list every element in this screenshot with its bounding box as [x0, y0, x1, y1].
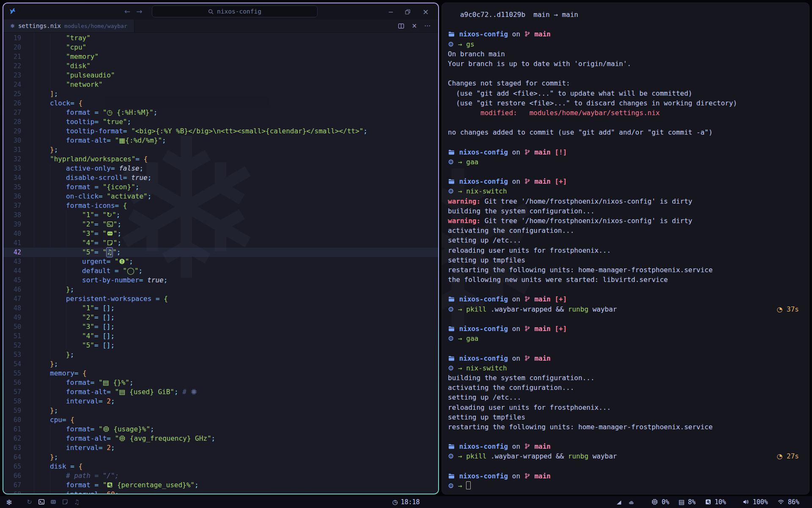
ram-icon: ▤ [103, 378, 109, 387]
code-line[interactable]: 30format-alt= "▦{:%d/%m}"; [3, 136, 438, 145]
workspace-1-button[interactable]: ↻ [26, 498, 33, 506]
code-line[interactable]: 20"cpu" [3, 43, 438, 52]
tab-settings-nix[interactable]: ❄ settings.nix modules/home/waybar [3, 19, 134, 32]
tab-filepath: modules/home/waybar [64, 23, 127, 29]
code-line[interactable]: 35format = "{icon}"; [3, 182, 438, 192]
terminal-command-line: ⚙ → gs [448, 39, 799, 49]
code-line[interactable]: 56format= "▤ {}%"; [3, 378, 438, 387]
code-line[interactable]: 48"1"= []; [3, 304, 438, 313]
code-line[interactable]: 59}; [3, 406, 438, 415]
code-line[interactable]: 57format-alt= "▤ {used} GiB"; # [3, 387, 438, 397]
code-line[interactable]: 22"disk" [3, 61, 438, 71]
cloud-tray-icon[interactable] [628, 498, 635, 506]
disk-module[interactable]: 10% [705, 498, 726, 506]
terminal-output-line: no changes added to commit (use "git add… [448, 127, 799, 137]
nav-back-icon[interactable]: ← [124, 7, 130, 16]
code-line[interactable]: 27format = "◷ {:%H:%M}"; [3, 108, 438, 117]
cpu-module[interactable]: 0% [651, 498, 669, 506]
code-line[interactable]: 42"5"= "♫"; [3, 248, 438, 257]
code-line[interactable]: 63interval= 2; [3, 443, 438, 453]
split-pane-icon[interactable] [398, 22, 404, 30]
workspace-3-button[interactable] [49, 498, 57, 506]
clock-module[interactable]: ◷ 18:18 [392, 498, 420, 506]
code-line[interactable]: 38"1"= "↻"; [3, 210, 438, 220]
code-line[interactable]: 66# path = "/"; [3, 471, 438, 480]
branch-icon [524, 471, 530, 481]
code-line[interactable]: 46}; [3, 285, 438, 294]
line-number: 21 [3, 52, 21, 61]
more-options-icon[interactable]: ⋯ [424, 22, 431, 30]
code-line[interactable]: 29tooltip-format= "<big>{:%Y %B}</big>\n… [3, 127, 438, 136]
restore-button[interactable] [405, 8, 411, 16]
code-line[interactable]: 19"tray" [3, 33, 438, 43]
code-line[interactable]: 65disk = { [3, 462, 438, 471]
network-module[interactable]: 86% [777, 498, 799, 506]
code-line[interactable]: 55memory= { [3, 369, 438, 378]
code-text: }; [34, 406, 58, 415]
folder-icon [448, 353, 455, 363]
project-search[interactable]: nixos-config [152, 6, 318, 17]
code-editor[interactable]: ❄ 18modules-right= [19"tray"20"cpu"21"me… [3, 33, 438, 494]
volume-module[interactable]: 100% [742, 498, 768, 506]
workspace-4-button[interactable] [61, 498, 69, 506]
code-line[interactable]: 24"network" [3, 80, 438, 89]
code-line[interactable]: 50"3"= []; [3, 322, 438, 331]
minimize-button[interactable]: – [389, 8, 393, 16]
terminal-window[interactable]: ❄ a9c0c72..d11029b main → main nixos-con… [442, 3, 809, 494]
code-text: format= " {usage}%"; [34, 425, 154, 434]
code-line[interactable]: 34disable-scroll= true; [3, 173, 438, 182]
code-line[interactable]: 60cpu= { [3, 415, 438, 425]
code-line[interactable]: 40"3"= ""; [3, 229, 438, 238]
code-line[interactable]: 49"2"= []; [3, 313, 438, 322]
code-line[interactable]: 23"pulseaudio" [3, 71, 438, 80]
code-line[interactable]: 31}; [3, 145, 438, 155]
code-line[interactable]: 62format-alt= " {avg_frequency} GHz"; [3, 434, 438, 443]
workspace-5-button[interactable]: ♫ [73, 498, 80, 506]
code-text: "hyprland/workspaces"= { [34, 155, 148, 164]
folder-icon [448, 324, 455, 334]
code-line[interactable]: 39"2"= ""; [3, 220, 438, 229]
code-line[interactable]: 41"4"= ""; [3, 238, 438, 248]
code-line[interactable]: 64}; [3, 453, 438, 462]
code-text: format= "▤ {}%"; [34, 378, 134, 387]
close-tab-icon[interactable]: × [411, 22, 417, 30]
nixos-logo-icon[interactable]: ❄ [6, 498, 12, 507]
code-line[interactable]: 28tooltip= "true"; [3, 117, 438, 127]
waybar-left: ❄ ↻♫ [6, 498, 80, 507]
code-line[interactable]: 33active-only= false; [3, 164, 438, 173]
line-number: 65 [3, 462, 21, 471]
code-line[interactable]: 54}; [3, 359, 438, 369]
folder-icon [448, 177, 455, 186]
code-line[interactable]: 51"4"= []; [3, 331, 438, 341]
code-line[interactable]: 45sort-by-number= true; [3, 276, 438, 285]
code-line[interactable]: 67format = " {percentage_used}%"; [3, 480, 438, 490]
nav-forward-icon[interactable]: → [136, 7, 142, 16]
signal-tray-icon[interactable] [616, 498, 622, 506]
terminal-prompt-line: nixos-config on main [448, 353, 799, 363]
cpu-value: 0% [661, 498, 669, 506]
close-button[interactable]: × [422, 7, 429, 16]
code-line[interactable]: 36on-click= "activate"; [3, 192, 438, 201]
code-text: cpu= { [34, 415, 74, 425]
line-number: 41 [3, 238, 21, 248]
terminal-output: a9c0c72..d11029b main → main nixos-confi… [448, 10, 799, 491]
code-line[interactable]: 61format= " {usage}%"; [3, 425, 438, 434]
code-line[interactable]: 32"hyprland/workspaces"= { [3, 155, 438, 164]
memory-module[interactable]: ▤8% [678, 498, 695, 506]
clock-time: 18:18 [401, 498, 420, 506]
code-line[interactable]: 21"memory" [3, 52, 438, 61]
code-text: format = "◷ {:%H:%M}"; [34, 108, 157, 117]
code-line[interactable]: 25]; [3, 89, 438, 99]
code-line[interactable]: 53}; [3, 350, 438, 359]
code-line[interactable]: 68interval= 60; [3, 490, 438, 494]
note-icon [107, 238, 113, 248]
code-line[interactable]: 37format-icons= { [3, 201, 438, 210]
workspace-2-button[interactable] [38, 498, 45, 506]
code-line[interactable]: 58interval= 2; [3, 397, 438, 406]
code-line[interactable]: 43urgent= ""; [3, 257, 438, 266]
code-line[interactable]: 44default = "◯"; [3, 266, 438, 276]
code-line[interactable]: 47persistent-workspaces = { [3, 294, 438, 304]
code-line[interactable]: 52"5"= []; [3, 341, 438, 350]
code-line[interactable]: 26clock= { [3, 99, 438, 108]
terminal-blank-line [448, 137, 799, 147]
